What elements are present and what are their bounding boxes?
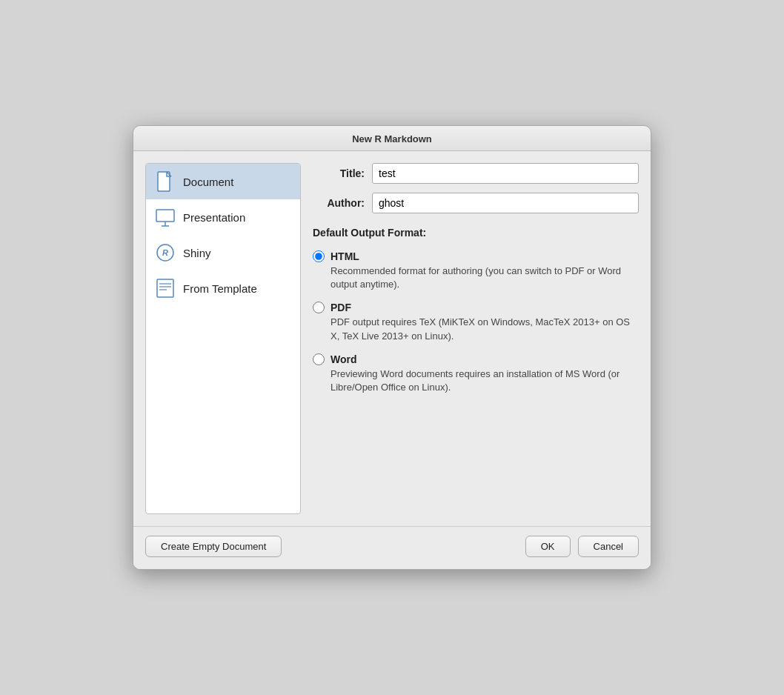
sidebar: Document Presentation R [145, 163, 301, 514]
format-html-radio[interactable] [313, 250, 325, 262]
dialog-title: New R Markdown [145, 133, 639, 144]
sidebar-item-label-document: Document [183, 176, 233, 188]
sidebar-item-label-from-template: From Template [183, 282, 257, 295]
format-word-header: Word [313, 353, 639, 365]
sidebar-item-label-shiny: Shiny [183, 247, 211, 259]
content-panel: Title: Author: Default Output Format: HT… [313, 163, 639, 514]
format-html-option: HTML Recommended format for authoring (y… [313, 250, 639, 291]
sidebar-item-presentation[interactable]: Presentation [146, 199, 300, 235]
svg-rect-1 [156, 210, 174, 222]
format-radio-group: HTML Recommended format for authoring (y… [313, 250, 639, 394]
footer-right-buttons: OK Cancel [525, 536, 639, 557]
shiny-icon: R [155, 242, 176, 263]
ok-button[interactable]: OK [525, 536, 571, 557]
document-icon [155, 171, 176, 192]
format-html-label: HTML [330, 250, 359, 262]
title-row: Title: [313, 163, 639, 184]
sidebar-item-shiny[interactable]: R Shiny [146, 235, 300, 270]
sidebar-item-label-presentation: Presentation [183, 211, 245, 224]
format-pdf-desc: PDF output requires TeX (MiKTeX on Windo… [330, 316, 639, 342]
svg-text:R: R [162, 248, 168, 257]
sidebar-item-from-template[interactable]: From Template [146, 270, 300, 306]
template-icon [155, 278, 176, 299]
format-word-radio[interactable] [313, 353, 325, 365]
title-label: Title: [313, 167, 365, 179]
format-word-label: Word [330, 353, 357, 365]
cancel-button[interactable]: Cancel [578, 536, 639, 557]
new-rmarkdown-dialog: New R Markdown Document [133, 125, 651, 570]
format-pdf-option: PDF PDF output requires TeX (MiKTeX on W… [313, 302, 639, 342]
format-section-title: Default Output Format: [313, 227, 639, 239]
dialog-footer: Create Empty Document OK Cancel [133, 526, 651, 569]
format-html-desc: Recommended format for authoring (you ca… [330, 265, 639, 291]
title-input[interactable] [372, 163, 639, 184]
svg-rect-6 [157, 279, 173, 297]
dialog-titlebar: New R Markdown [133, 126, 651, 151]
author-input[interactable] [372, 193, 639, 213]
presentation-icon [155, 207, 176, 227]
svg-rect-0 [158, 172, 170, 191]
sidebar-item-document[interactable]: Document [146, 164, 300, 199]
format-pdf-radio[interactable] [313, 302, 325, 313]
dialog-body: Document Presentation R [133, 151, 651, 526]
format-word-option: Word Previewing Word documents requires … [313, 353, 639, 394]
format-word-desc: Previewing Word documents requires an in… [330, 368, 639, 394]
author-label: Author: [313, 197, 365, 209]
create-empty-button[interactable]: Create Empty Document [145, 536, 282, 557]
author-row: Author: [313, 193, 639, 213]
format-pdf-header: PDF [313, 302, 639, 313]
format-pdf-label: PDF [330, 302, 351, 313]
format-html-header: HTML [313, 250, 639, 262]
